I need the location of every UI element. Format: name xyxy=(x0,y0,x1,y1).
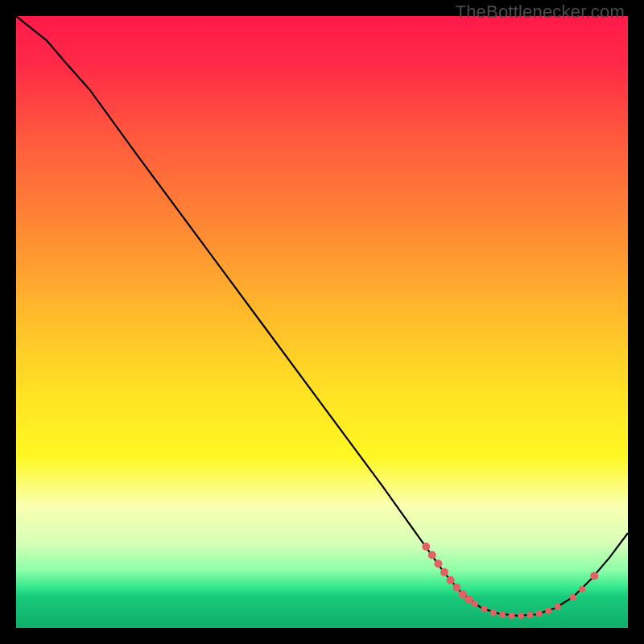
data-marker xyxy=(447,576,455,584)
data-marker xyxy=(428,551,436,559)
data-marker xyxy=(509,613,515,619)
data-marker xyxy=(440,568,448,576)
data-marker xyxy=(422,543,430,551)
data-marker xyxy=(570,594,576,601)
data-marker xyxy=(464,596,473,604)
bottleneck-chart xyxy=(16,16,628,628)
data-marker xyxy=(490,609,497,616)
data-marker xyxy=(459,590,467,598)
data-marker xyxy=(499,612,506,618)
data-marker xyxy=(518,613,524,619)
data-marker xyxy=(590,572,598,580)
data-marker xyxy=(472,601,478,607)
watermark-label: TheBottlenecker.com xyxy=(456,2,625,23)
data-marker xyxy=(481,605,487,612)
data-marker xyxy=(536,610,543,617)
data-marker xyxy=(526,612,533,618)
data-marker xyxy=(434,559,442,568)
data-marker xyxy=(579,586,585,592)
data-marker xyxy=(545,608,551,614)
chart-background xyxy=(16,16,628,628)
data-marker xyxy=(555,603,561,609)
data-marker xyxy=(452,584,460,592)
